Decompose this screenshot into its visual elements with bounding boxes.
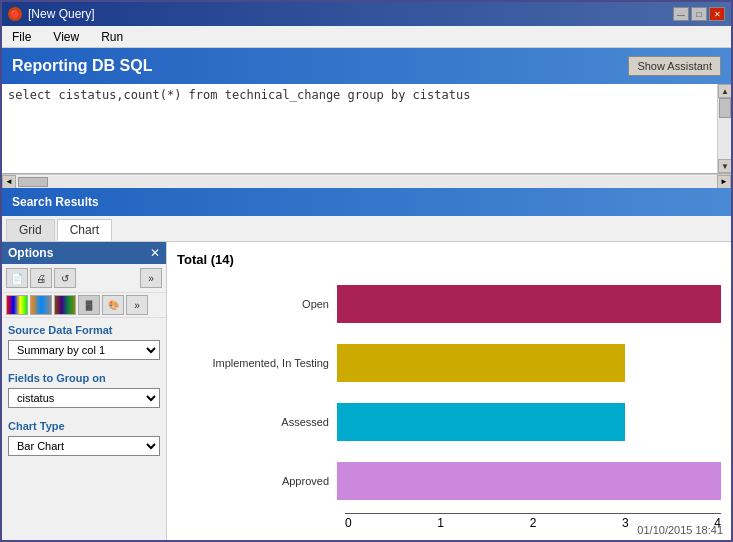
bar-row-approved: Approved — [177, 460, 721, 502]
scroll-up-arrow[interactable]: ▲ — [718, 84, 731, 98]
print-button[interactable]: 🖨 — [30, 268, 52, 288]
color-tool-3[interactable] — [54, 295, 76, 315]
bar-track-assessed — [337, 401, 721, 443]
more-button[interactable]: » — [140, 268, 162, 288]
sidebar: Options ✕ 📄 🖨 ↺ » ▓ 🎨 » Source D — [2, 242, 167, 540]
scroll-down-arrow[interactable]: ▼ — [718, 159, 731, 173]
bar-label-intest: Implemented, In Testing — [177, 357, 337, 369]
bar-approved — [337, 462, 721, 500]
x-label-3: 3 — [622, 516, 629, 530]
menu-bar: File View Run — [2, 26, 731, 48]
x-label-2: 2 — [530, 516, 537, 530]
bar-track-open — [337, 283, 721, 325]
bar-intest — [337, 344, 625, 382]
sql-area: ▲ ▼ — [2, 84, 731, 174]
refresh-button[interactable]: ↺ — [54, 268, 76, 288]
bar-label-approved: Approved — [177, 475, 337, 487]
fields-group-section: Fields to Group on cistatus — [2, 366, 166, 414]
scroll-thumb[interactable] — [719, 98, 731, 118]
h-scroll-track[interactable] — [16, 176, 717, 188]
maximize-button[interactable]: □ — [691, 7, 707, 21]
bar-row-assessed: Assessed — [177, 401, 721, 443]
chart-type-select[interactable]: Bar Chart Pie Chart Line Chart — [8, 436, 160, 456]
h-scroll-thumb[interactable] — [18, 177, 48, 187]
bar-label-assessed: Assessed — [177, 416, 337, 428]
chart-type-select-wrapper: Bar Chart Pie Chart Line Chart — [8, 436, 160, 456]
tabs-bar: Grid Chart — [2, 216, 731, 242]
bar-row-open: Open — [177, 283, 721, 325]
sidebar-close-button[interactable]: ✕ — [150, 246, 160, 260]
timestamp: 01/10/2015 18:41 — [637, 524, 723, 536]
scroll-track[interactable] — [718, 98, 731, 159]
chart-type-label: Chart Type — [8, 420, 160, 432]
sql-input[interactable] — [2, 84, 717, 173]
scroll-right-arrow[interactable]: ► — [717, 175, 731, 189]
bar-track-intest — [337, 342, 721, 384]
show-assistant-button[interactable]: Show Assistant — [628, 56, 721, 76]
bar-track-approved — [337, 460, 721, 502]
scroll-left-arrow[interactable]: ◄ — [2, 175, 16, 189]
color-tool-4[interactable]: ▓ — [78, 295, 100, 315]
chart-bars-container: Open Implemented, In Testing Assessed — [177, 277, 721, 513]
title-bar: 🔴 [New Query] — □ ✕ — [2, 2, 731, 26]
main-window: 🔴 [New Query] — □ ✕ File View Run Report… — [0, 0, 733, 542]
color-toolbar: ▓ 🎨 » — [2, 293, 166, 318]
source-data-label: Source Data Format — [8, 324, 160, 336]
bar-row-intest: Implemented, In Testing — [177, 342, 721, 384]
close-button[interactable]: ✕ — [709, 7, 725, 21]
source-data-section: Source Data Format Summary by col 1 Raw … — [2, 318, 166, 366]
search-results-header: Search Results — [2, 188, 731, 216]
main-content: Options ✕ 📄 🖨 ↺ » ▓ 🎨 » Source D — [2, 242, 731, 540]
app-header: Reporting DB SQL Show Assistant — [2, 48, 731, 84]
minimize-button[interactable]: — — [673, 7, 689, 21]
menu-run[interactable]: Run — [95, 28, 129, 46]
search-results-title: Search Results — [12, 195, 99, 209]
horizontal-scrollbar: ◄ ► — [2, 174, 731, 188]
new-doc-button[interactable]: 📄 — [6, 268, 28, 288]
source-data-select-wrapper: Summary by col 1 Raw Data — [8, 340, 160, 360]
sidebar-header: Options ✕ — [2, 242, 166, 264]
chart-title: Total (14) — [177, 252, 721, 267]
chart-type-section: Chart Type Bar Chart Pie Chart Line Char… — [2, 414, 166, 462]
app-title: Reporting DB SQL — [12, 57, 152, 75]
window-title: [New Query] — [28, 7, 95, 21]
fields-group-label: Fields to Group on — [8, 372, 160, 384]
menu-view[interactable]: View — [47, 28, 85, 46]
source-data-select[interactable]: Summary by col 1 Raw Data — [8, 340, 160, 360]
color-tool-5[interactable]: 🎨 — [102, 295, 124, 315]
fields-group-select[interactable]: cistatus — [8, 388, 160, 408]
color-tool-2[interactable] — [30, 295, 52, 315]
color-tool-1[interactable] — [6, 295, 28, 315]
sidebar-title: Options — [8, 246, 53, 260]
bar-label-open: Open — [177, 298, 337, 310]
x-label-1: 1 — [437, 516, 444, 530]
toolbar-row-1: 📄 🖨 ↺ » — [2, 264, 166, 293]
fields-group-select-wrapper: cistatus — [8, 388, 160, 408]
tab-grid[interactable]: Grid — [6, 219, 55, 241]
menu-file[interactable]: File — [6, 28, 37, 46]
chart-area: Total (14) Open Implemented, In Testing — [167, 242, 731, 540]
x-label-0: 0 — [345, 516, 352, 530]
tab-chart[interactable]: Chart — [57, 219, 112, 241]
color-tool-more[interactable]: » — [126, 295, 148, 315]
bar-assessed — [337, 403, 625, 441]
window-icon: 🔴 — [8, 7, 22, 21]
bar-open — [337, 285, 721, 323]
vertical-scrollbar: ▲ ▼ — [717, 84, 731, 173]
